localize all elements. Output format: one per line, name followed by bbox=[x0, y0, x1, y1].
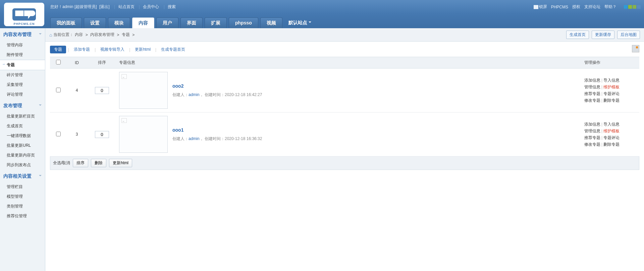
license-link[interactable]: 授权 bbox=[572, 4, 580, 10]
sort-button[interactable]: 排序 bbox=[73, 159, 88, 167]
update-html-button[interactable]: 更新html bbox=[109, 159, 132, 167]
gen-home-button[interactable]: 生成首页 bbox=[566, 31, 589, 39]
sidebar-group-publish[interactable]: 发布管理 bbox=[0, 99, 45, 111]
nav-tab-ui[interactable]: 界面 bbox=[180, 17, 203, 28]
sidebar-item-clear-data[interactable]: 一键清理数据 bbox=[0, 131, 45, 141]
sort-input[interactable] bbox=[95, 87, 109, 94]
sidebar-item-sync[interactable]: 同步到发布点 bbox=[0, 160, 45, 170]
crumb-2: 内容发布管理 bbox=[90, 32, 114, 38]
image-placeholder-icon bbox=[121, 118, 127, 123]
op-add-info[interactable]: 添加信息 bbox=[584, 78, 600, 83]
home-icon[interactable]: ⌂ bbox=[49, 32, 52, 38]
sidebar-group-related[interactable]: 内容相关设置 bbox=[0, 170, 45, 182]
th-sort: 排序 bbox=[87, 57, 117, 69]
phpcms-link[interactable]: PHPCMS bbox=[551, 5, 568, 9]
op-manage-info[interactable]: 管理信息 bbox=[584, 129, 600, 133]
nav-tab-panel[interactable]: 我的面板 bbox=[50, 17, 82, 28]
sidebar-item-special[interactable]: 专题 bbox=[0, 60, 45, 70]
special-table: ID 排序 专题信息 管理操作 4ooo2创建人：admin， 创建时间：202… bbox=[50, 57, 639, 156]
nav-tab-content[interactable]: 内容 bbox=[132, 17, 154, 28]
sidebar-item-batch-url[interactable]: 批量更新URL bbox=[0, 141, 45, 150]
row-id: 3 bbox=[67, 112, 87, 156]
th-info: 专题信息 bbox=[117, 57, 582, 69]
site-selector[interactable]: 默认站点 bbox=[284, 17, 315, 28]
sidebar-item-category[interactable]: 管理栏目 bbox=[0, 182, 45, 192]
op-manage-info[interactable]: 管理信息 bbox=[584, 85, 600, 89]
panel-toggle-icon[interactable] bbox=[632, 45, 639, 52]
crumb-label: 当前位置： bbox=[53, 32, 73, 38]
creator-link[interactable]: admin bbox=[189, 136, 200, 141]
sort-input[interactable] bbox=[95, 131, 109, 138]
th-id: ID bbox=[67, 57, 87, 69]
op-maintain-tpl[interactable]: 维护模板 bbox=[603, 85, 620, 89]
top-link-member[interactable]: 会员中心 bbox=[143, 4, 159, 9]
logout-link[interactable]: [退出] bbox=[99, 4, 110, 9]
sidebar: 内容发布管理 管理内容 附件管理 专题 碎片管理 采集管理 评论管理 发布管理 … bbox=[0, 28, 45, 271]
sidebar-item-batch-content[interactable]: 批量更新内容页 bbox=[0, 150, 45, 160]
op-maintain-tpl[interactable]: 维护模板 bbox=[603, 129, 620, 133]
special-title-link[interactable]: ooo2 bbox=[172, 83, 580, 89]
sidebar-item-batch-category[interactable]: 批量更新栏目页 bbox=[0, 111, 45, 121]
breadcrumb-bar: ⌂ 当前位置： 内容 > 内容发布管理 > 专题 > 生成首页 更新缓存 后台地… bbox=[45, 28, 644, 42]
sitemap-button[interactable]: 后台地图 bbox=[617, 31, 640, 39]
sidebar-item-type[interactable]: 类别管理 bbox=[0, 201, 45, 211]
sidebar-item-gen-home[interactable]: 生成首页 bbox=[0, 121, 45, 131]
refresh-cache-button[interactable]: 更新缓存 bbox=[592, 31, 614, 39]
top-link-search[interactable]: 搜索 bbox=[168, 4, 176, 9]
top-link-site-home[interactable]: 站点首页 bbox=[118, 4, 135, 9]
tab-add-special[interactable]: 添加专题 bbox=[71, 46, 93, 53]
sidebar-item-fragment[interactable]: 碎片管理 bbox=[0, 70, 45, 80]
special-title-link[interactable]: ooo1 bbox=[172, 127, 580, 133]
nav-tab-phpsso[interactable]: phpsso bbox=[229, 17, 258, 28]
tab-special[interactable]: 专题 bbox=[50, 46, 66, 53]
greeting-text: 您好！admin [超级管理员] bbox=[50, 4, 97, 9]
special-meta: 创建人：admin， 创建时间：2020-12-18 16:42:27 bbox=[172, 92, 580, 98]
op-edit[interactable]: 修改专题 bbox=[584, 98, 600, 103]
theme-color-picker[interactable] bbox=[624, 5, 641, 9]
crumb-1: 内容 bbox=[75, 32, 83, 38]
table-row: 3ooo1创建人：admin， 创建时间：2020-12-18 16:36:32… bbox=[50, 112, 639, 156]
sidebar-item-comment[interactable]: 评论管理 bbox=[0, 90, 45, 99]
op-comment[interactable]: 专题评论 bbox=[603, 91, 620, 96]
tab-update-html[interactable]: 更新html bbox=[132, 46, 153, 53]
op-comment[interactable]: 专题评论 bbox=[603, 135, 620, 140]
op-edit[interactable]: 修改专题 bbox=[584, 142, 600, 147]
op-add-info[interactable]: 添加信息 bbox=[584, 122, 600, 127]
row-checkbox[interactable] bbox=[56, 88, 61, 92]
op-recommend[interactable]: 推荐专题 bbox=[584, 135, 600, 140]
nav-tab-extend[interactable]: 扩展 bbox=[205, 17, 227, 28]
thumbnail bbox=[119, 116, 168, 153]
sidebar-group-content-publish[interactable]: 内容发布管理 bbox=[0, 28, 45, 40]
nav-tab-settings[interactable]: 设置 bbox=[84, 17, 106, 28]
op-import-info[interactable]: 导入信息 bbox=[603, 122, 620, 127]
forum-link[interactable]: 支持论坛 bbox=[584, 4, 600, 10]
header: PHPCMS.CN 您好！admin [超级管理员] [退出] | 站点首页 |… bbox=[0, 0, 644, 28]
delete-button[interactable]: 删除 bbox=[91, 159, 106, 167]
help-link[interactable]: 帮助？ bbox=[604, 4, 616, 10]
main-nav: 我的面板 设置 模块 内容 用户 界面 扩展 phpsso 视频 默认站点 bbox=[50, 17, 315, 28]
logo[interactable]: PHPCMS.CN bbox=[4, 3, 44, 26]
row-ops: 添加信息|导入信息管理信息|维护模板推荐专题|专题评论修改专题|删除专题 bbox=[584, 77, 637, 104]
nav-tab-module[interactable]: 模块 bbox=[108, 17, 130, 28]
nav-tab-video[interactable]: 视频 bbox=[260, 17, 282, 28]
op-delete[interactable]: 删除专题 bbox=[603, 98, 620, 103]
op-delete[interactable]: 删除专题 bbox=[603, 142, 620, 147]
sidebar-item-collect[interactable]: 采集管理 bbox=[0, 80, 45, 90]
sidebar-item-recommend[interactable]: 推荐位管理 bbox=[0, 211, 45, 221]
nav-tab-user[interactable]: 用户 bbox=[156, 17, 178, 28]
tab-video-import[interactable]: 视频专辑导入 bbox=[98, 46, 127, 53]
select-all-link[interactable]: 全选/取消 bbox=[53, 160, 70, 166]
row-checkbox[interactable] bbox=[56, 132, 61, 136]
lock-screen-link[interactable]: 锁屏 bbox=[534, 4, 547, 10]
op-import-info[interactable]: 导入信息 bbox=[603, 78, 620, 83]
logo-text: PHPCMS.CN bbox=[4, 22, 44, 26]
sidebar-item-model[interactable]: 模型管理 bbox=[0, 192, 45, 201]
tab-gen-special-home[interactable]: 生成专题首页 bbox=[158, 46, 188, 53]
top-right-links: 锁屏 PHPCMS 授权 支持论坛 帮助？ bbox=[534, 4, 641, 10]
op-recommend[interactable]: 推荐专题 bbox=[584, 91, 600, 96]
sidebar-item-manage-content[interactable]: 管理内容 bbox=[0, 40, 45, 50]
select-all-checkbox[interactable] bbox=[56, 60, 61, 64]
breadcrumb: ⌂ 当前位置： 内容 > 内容发布管理 > 专题 > bbox=[49, 32, 135, 38]
sidebar-item-attachment[interactable]: 附件管理 bbox=[0, 50, 45, 60]
creator-link[interactable]: admin bbox=[189, 92, 200, 97]
